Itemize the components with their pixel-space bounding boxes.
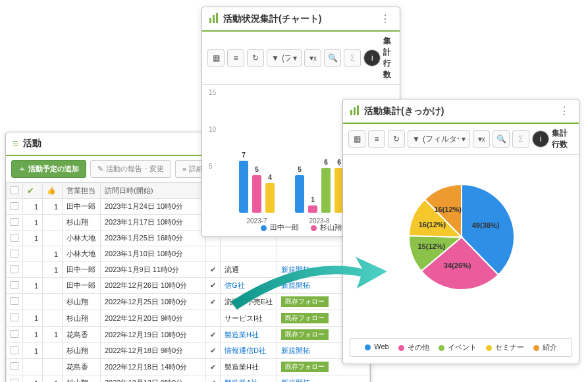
- col-thumb[interactable]: 👍: [43, 183, 63, 199]
- info-button[interactable]: i: [532, 130, 549, 148]
- panel-title: 活動: [23, 138, 41, 150]
- panel-title: 活動集計(きっかけ): [364, 105, 444, 117]
- pie-chart-panel: 活動集計(きっかけ) ⋮ ▦ ≡ ↻ ▼(フィルターなし) ▾ ▾x 🔍 Σ i…: [342, 99, 579, 364]
- svg-rect-2: [216, 13, 218, 23]
- info-button[interactable]: i: [363, 49, 381, 67]
- chart-icon: [350, 105, 360, 117]
- clear-filter-button[interactable]: ▾x: [304, 49, 321, 67]
- list-view-button[interactable]: ≡: [368, 130, 385, 148]
- legend-item: イベント: [439, 342, 477, 352]
- list-icon: ☰: [13, 140, 19, 148]
- panel-header: 活動集計(きっかけ) ⋮: [343, 99, 579, 124]
- pie-slice-label: 16(12%): [419, 221, 446, 229]
- svg-rect-5: [357, 105, 359, 115]
- search-button[interactable]: 🔍: [493, 130, 510, 148]
- col-check[interactable]: ✔: [23, 183, 43, 199]
- bar: 6: [321, 168, 331, 213]
- pie-slice-label: 34(26%): [444, 261, 471, 269]
- more-icon[interactable]: ⋮: [377, 13, 393, 25]
- svg-rect-4: [354, 107, 356, 115]
- table-row[interactable]: 1杉山翔2022年12月18日 9時0分✔情報通信D社新規開拓: [7, 343, 370, 359]
- filter-dropdown[interactable]: ▼(フィルターの… ▾: [267, 49, 302, 67]
- bar: 1: [308, 205, 317, 213]
- grid-view-button[interactable]: ▦: [207, 49, 225, 67]
- bar-toolbar: ▦ ≡ ↻ ▼(フィルターの… ▾ ▾x 🔍 Σ i 集計行数: [202, 32, 400, 85]
- pie-legend: Webその他イベントセミナー紹介: [350, 338, 572, 357]
- pie-slice-label: 16(12%): [434, 205, 462, 213]
- panel-title: 活動状況集計(チャート): [223, 13, 321, 25]
- sigma-button[interactable]: Σ: [344, 49, 361, 67]
- table-row[interactable]: 花島香2022年12月18日 14時0分✔製造業H社既存フォロー: [7, 359, 370, 375]
- add-activity-button[interactable]: ＋ 活動予定の追加: [11, 160, 86, 178]
- table-row[interactable]: 11花島香2022年12月19日 10時0分✔製造業H社既存フォロー: [7, 327, 370, 343]
- pie-slice-label: 15(12%): [417, 242, 445, 250]
- clear-filter-button[interactable]: ▾x: [473, 130, 490, 148]
- legend-item: その他: [398, 342, 429, 352]
- add-button-label: 活動予定の追加: [28, 164, 79, 174]
- filter-label: (フィルターなし): [423, 134, 459, 145]
- report-button-label: 活動の報告・変更: [106, 164, 164, 174]
- chart-icon: [209, 13, 219, 25]
- pie-toolbar: ▦ ≡ ↻ ▼(フィルターなし) ▾ ▾x 🔍 Σ i 集計行数: [343, 124, 579, 155]
- legend-item: 紹介: [533, 342, 557, 352]
- count-label: 集計行数: [383, 36, 394, 80]
- legend-item: セミナー: [486, 342, 524, 352]
- more-icon[interactable]: ⋮: [556, 105, 572, 117]
- bar: 5: [252, 175, 261, 213]
- svg-rect-1: [213, 15, 215, 23]
- bar: 7: [239, 161, 248, 213]
- filter-dropdown[interactable]: ▼(フィルターなし) ▾: [408, 130, 470, 148]
- sigma-button[interactable]: Σ: [512, 130, 529, 148]
- bar: 4: [265, 183, 275, 213]
- grid-view-button[interactable]: ▦: [348, 130, 365, 148]
- col-datetime[interactable]: 訪問日時(開始): [101, 183, 206, 199]
- bar: 5: [295, 175, 304, 213]
- pie-slice-label: 49(38%): [472, 221, 500, 229]
- col-checkbox[interactable]: [7, 183, 23, 199]
- search-button[interactable]: 🔍: [324, 49, 341, 67]
- table-row[interactable]: 11杉山翔2022年12月13日 9時0分✔製造業A社新規開拓: [7, 375, 370, 383]
- svg-rect-3: [350, 110, 352, 115]
- list-view-button[interactable]: ≡: [227, 49, 244, 67]
- svg-rect-0: [209, 18, 211, 23]
- report-button[interactable]: ✎ 活動の報告・変更: [90, 160, 171, 178]
- panel-header: 活動状況集計(チャート) ⋮: [202, 7, 400, 32]
- refresh-button[interactable]: ↻: [388, 130, 405, 148]
- col-sales[interactable]: 営業担当: [63, 183, 101, 199]
- arrow-graphic: [224, 249, 388, 321]
- legend-item: Web: [365, 342, 388, 352]
- count-label: 集計行数: [552, 128, 574, 150]
- filter-label: (フィルターの…: [282, 53, 291, 64]
- legend-item: 田中一郎: [270, 223, 299, 231]
- refresh-button[interactable]: ↻: [247, 49, 264, 67]
- legend-item: 杉山翔: [320, 223, 342, 231]
